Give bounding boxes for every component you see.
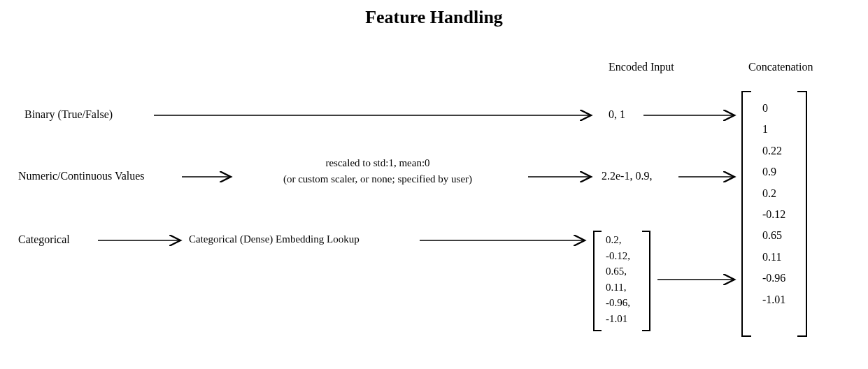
cat-vec-5: -1.01 xyxy=(602,311,634,327)
binary-label: Binary (True/False) xyxy=(24,108,113,121)
concat-2: 0.22 xyxy=(750,140,785,161)
cat-vec-2: 0.65, xyxy=(602,263,634,280)
numeric-label: Numeric/Continuous Values xyxy=(18,170,145,182)
categorical-transform: Categorical (Dense) Embedding Lookup xyxy=(189,233,360,245)
concat-6: 0.65 xyxy=(750,225,785,246)
concat-7: 0.11 xyxy=(750,247,785,268)
concat-8: -0.96 xyxy=(750,268,785,289)
concat-3: 0.9 xyxy=(750,161,785,182)
concat-bracket-right xyxy=(797,91,807,337)
concat-4: 0.2 xyxy=(750,183,785,204)
categorical-vector: 0.2, -0.12, 0.65, 0.11, -0.96, -1.01 xyxy=(602,232,634,326)
cat-bracket-left xyxy=(593,231,602,331)
numeric-transform-line2: (or custom scaler, or none; specified by… xyxy=(238,173,518,185)
numeric-transform-line1: rescaled to std:1, mean:0 xyxy=(238,157,518,169)
binary-encoded: 0, 1 xyxy=(609,108,625,121)
categorical-label: Categorical xyxy=(18,233,70,246)
cat-vec-0: 0.2, xyxy=(602,232,634,248)
concat-0: 0 xyxy=(750,98,785,119)
encoded-input-header: Encoded Input xyxy=(609,61,674,73)
concat-vector: 0 1 0.22 0.9 0.2 -0.12 0.65 0.11 -0.96 -… xyxy=(750,98,785,310)
cat-bracket-right xyxy=(642,231,650,331)
cat-vec-3: 0.11, xyxy=(602,280,634,296)
cat-vec-4: -0.96, xyxy=(602,295,634,311)
concat-9: -1.01 xyxy=(750,289,785,310)
concat-1: 1 xyxy=(750,119,785,140)
numeric-encoded: 2.2e-1, 0.9, xyxy=(602,170,652,182)
diagram-title: Feature Handling xyxy=(365,7,503,28)
cat-vec-1: -0.12, xyxy=(602,248,634,264)
concat-5: -0.12 xyxy=(750,204,785,225)
concatenation-header: Concatenation xyxy=(748,61,813,73)
